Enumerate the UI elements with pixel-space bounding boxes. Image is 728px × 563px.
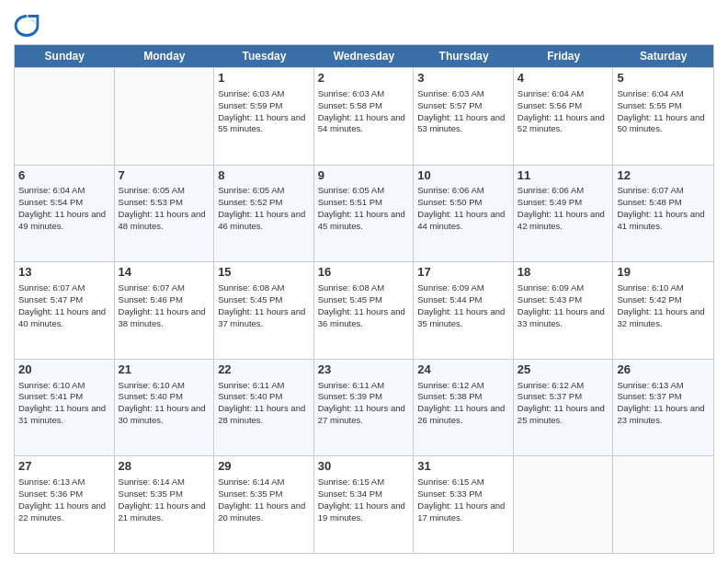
calendar-cell: 24Sunrise: 6:12 AM Sunset: 5:38 PM Dayli… [414,360,514,456]
calendar-cell: 2Sunrise: 6:03 AM Sunset: 5:58 PM Daylig… [314,68,415,165]
day-number: 2 [318,71,410,86]
calendar-cell: 22Sunrise: 6:11 AM Sunset: 5:40 PM Dayli… [214,360,314,456]
day-number: 30 [318,459,410,475]
day-number: 1 [218,71,310,86]
day-number: 6 [18,168,110,184]
cell-info: Sunrise: 6:11 AM Sunset: 5:40 PM Dayligh… [218,380,310,427]
header-day: Monday [115,45,215,67]
calendar-cell: 11Sunrise: 6:06 AM Sunset: 5:49 PM Dayli… [514,166,614,262]
calendar-row: 27Sunrise: 6:13 AM Sunset: 5:36 PM Dayli… [15,455,713,553]
header-day: Saturday [613,45,713,67]
cell-info: Sunrise: 6:13 AM Sunset: 5:36 PM Dayligh… [18,477,110,523]
cell-info: Sunrise: 6:03 AM Sunset: 5:57 PM Dayligh… [417,88,509,135]
calendar-cell: 28Sunrise: 6:14 AM Sunset: 5:35 PM Dayli… [115,456,215,553]
calendar-row: 13Sunrise: 6:07 AM Sunset: 5:47 PM Dayli… [15,261,713,359]
calendar-cell [514,456,614,553]
logo-icon [14,13,40,39]
calendar-cell: 25Sunrise: 6:12 AM Sunset: 5:37 PM Dayli… [514,360,614,456]
calendar-header: SundayMondayTuesdayWednesdayThursdayFrid… [15,45,713,67]
calendar-row: 6Sunrise: 6:04 AM Sunset: 5:54 PM Daylig… [15,165,713,262]
cell-info: Sunrise: 6:07 AM Sunset: 5:46 PM Dayligh… [119,282,210,329]
day-number: 8 [218,168,310,184]
cell-info: Sunrise: 6:15 AM Sunset: 5:33 PM Dayligh… [417,477,509,523]
day-number: 4 [518,71,609,86]
page: SundayMondayTuesdayWednesdayThursdayFrid… [0,0,728,563]
header-day: Friday [514,45,614,67]
day-number: 23 [318,362,410,378]
calendar-cell: 21Sunrise: 6:10 AM Sunset: 5:40 PM Dayli… [115,360,215,456]
header-day: Thursday [414,45,514,67]
calendar-cell [115,68,215,165]
calendar-cell: 12Sunrise: 6:07 AM Sunset: 5:48 PM Dayli… [613,166,713,262]
calendar-body: 1Sunrise: 6:03 AM Sunset: 5:59 PM Daylig… [15,67,713,553]
calendar-cell: 14Sunrise: 6:07 AM Sunset: 5:46 PM Dayli… [115,262,215,359]
day-number: 22 [218,362,310,378]
cell-info: Sunrise: 6:14 AM Sunset: 5:35 PM Dayligh… [218,477,310,523]
day-number: 3 [417,71,509,86]
svg-marker-0 [28,17,38,27]
cell-info: Sunrise: 6:05 AM Sunset: 5:53 PM Dayligh… [119,185,210,232]
cell-info: Sunrise: 6:12 AM Sunset: 5:37 PM Dayligh… [518,380,609,427]
calendar-cell: 13Sunrise: 6:07 AM Sunset: 5:47 PM Dayli… [15,262,115,359]
cell-info: Sunrise: 6:07 AM Sunset: 5:48 PM Dayligh… [617,185,710,232]
calendar-cell: 19Sunrise: 6:10 AM Sunset: 5:42 PM Dayli… [613,262,713,359]
cell-info: Sunrise: 6:13 AM Sunset: 5:37 PM Dayligh… [617,380,710,427]
calendar-cell: 23Sunrise: 6:11 AM Sunset: 5:39 PM Dayli… [314,360,415,456]
cell-info: Sunrise: 6:05 AM Sunset: 5:51 PM Dayligh… [318,185,410,232]
day-number: 18 [518,265,609,281]
calendar-row: 20Sunrise: 6:10 AM Sunset: 5:41 PM Dayli… [15,359,713,456]
day-number: 7 [119,168,210,184]
calendar-cell [15,68,115,165]
calendar-cell: 4Sunrise: 6:04 AM Sunset: 5:56 PM Daylig… [514,68,614,165]
day-number: 19 [617,265,710,281]
day-number: 28 [119,459,210,475]
calendar-cell: 9Sunrise: 6:05 AM Sunset: 5:51 PM Daylig… [314,166,415,262]
day-number: 15 [218,265,310,281]
calendar-cell: 15Sunrise: 6:08 AM Sunset: 5:45 PM Dayli… [214,262,314,359]
cell-info: Sunrise: 6:09 AM Sunset: 5:44 PM Dayligh… [417,282,509,329]
header-day: Sunday [15,45,115,67]
calendar-cell: 27Sunrise: 6:13 AM Sunset: 5:36 PM Dayli… [15,456,115,553]
calendar-cell [613,456,713,553]
calendar-cell: 30Sunrise: 6:15 AM Sunset: 5:34 PM Dayli… [314,456,415,553]
header [14,9,714,39]
day-number: 25 [518,362,609,378]
day-number: 12 [617,168,710,184]
calendar: SundayMondayTuesdayWednesdayThursdayFrid… [14,44,714,554]
cell-info: Sunrise: 6:14 AM Sunset: 5:35 PM Dayligh… [119,477,210,523]
day-number: 26 [617,362,710,378]
calendar-cell: 31Sunrise: 6:15 AM Sunset: 5:33 PM Dayli… [414,456,514,553]
calendar-cell: 7Sunrise: 6:05 AM Sunset: 5:53 PM Daylig… [115,166,215,262]
calendar-cell: 6Sunrise: 6:04 AM Sunset: 5:54 PM Daylig… [15,166,115,262]
day-number: 16 [318,265,410,281]
cell-info: Sunrise: 6:06 AM Sunset: 5:50 PM Dayligh… [417,185,509,232]
calendar-cell: 5Sunrise: 6:04 AM Sunset: 5:55 PM Daylig… [613,68,713,165]
calendar-cell: 18Sunrise: 6:09 AM Sunset: 5:43 PM Dayli… [514,262,614,359]
cell-info: Sunrise: 6:04 AM Sunset: 5:54 PM Dayligh… [18,185,110,232]
day-number: 17 [417,265,509,281]
cell-info: Sunrise: 6:11 AM Sunset: 5:39 PM Dayligh… [318,380,410,427]
day-number: 27 [18,459,110,475]
calendar-cell: 20Sunrise: 6:10 AM Sunset: 5:41 PM Dayli… [15,360,115,456]
cell-info: Sunrise: 6:03 AM Sunset: 5:59 PM Dayligh… [218,88,310,135]
calendar-cell: 29Sunrise: 6:14 AM Sunset: 5:35 PM Dayli… [214,456,314,553]
calendar-cell: 8Sunrise: 6:05 AM Sunset: 5:52 PM Daylig… [214,166,314,262]
calendar-cell: 26Sunrise: 6:13 AM Sunset: 5:37 PM Dayli… [613,360,713,456]
cell-info: Sunrise: 6:04 AM Sunset: 5:55 PM Dayligh… [617,88,710,135]
cell-info: Sunrise: 6:08 AM Sunset: 5:45 PM Dayligh… [218,282,310,329]
day-number: 13 [18,265,110,281]
day-number: 9 [318,168,410,184]
day-number: 29 [218,459,310,475]
day-number: 14 [119,265,210,281]
cell-info: Sunrise: 6:03 AM Sunset: 5:58 PM Dayligh… [318,88,410,135]
day-number: 31 [417,459,509,475]
cell-info: Sunrise: 6:08 AM Sunset: 5:45 PM Dayligh… [318,282,410,329]
cell-info: Sunrise: 6:05 AM Sunset: 5:52 PM Dayligh… [218,185,310,232]
calendar-cell: 16Sunrise: 6:08 AM Sunset: 5:45 PM Dayli… [314,262,415,359]
day-number: 11 [518,168,609,184]
header-day: Tuesday [214,45,314,67]
cell-info: Sunrise: 6:07 AM Sunset: 5:47 PM Dayligh… [18,282,110,329]
cell-info: Sunrise: 6:09 AM Sunset: 5:43 PM Dayligh… [518,282,609,329]
calendar-cell: 10Sunrise: 6:06 AM Sunset: 5:50 PM Dayli… [414,166,514,262]
cell-info: Sunrise: 6:06 AM Sunset: 5:49 PM Dayligh… [518,185,609,232]
